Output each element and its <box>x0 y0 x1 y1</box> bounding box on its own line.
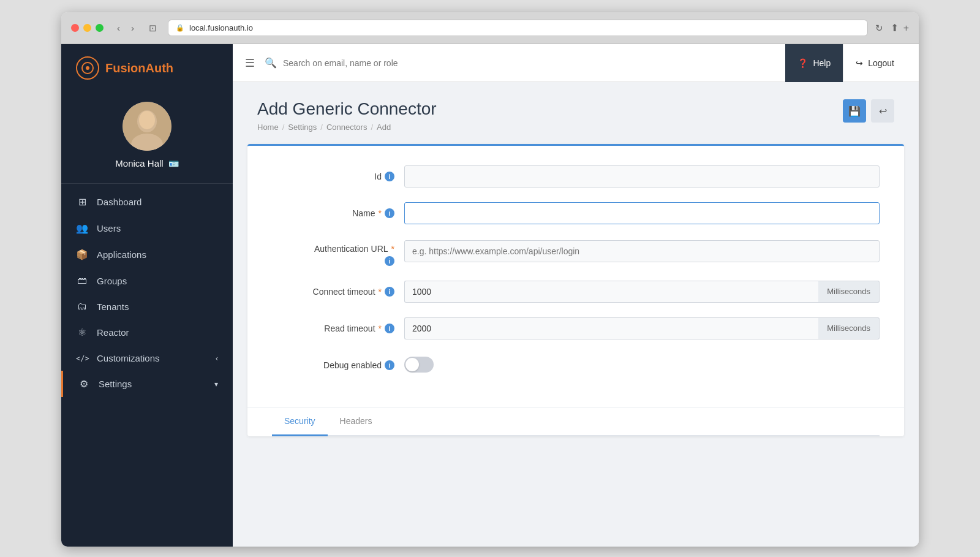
maximize-window-button[interactable] <box>96 24 104 32</box>
new-tab-button[interactable]: + <box>903 22 909 34</box>
breadcrumb-home[interactable]: Home <box>257 123 279 132</box>
url-text: local.fusionauth.io <box>189 23 253 32</box>
sidebar-item-settings[interactable]: ⚙ Settings ▾ <box>61 371 233 397</box>
read-timeout-unit: Milliseconds <box>818 317 880 339</box>
id-input[interactable] <box>404 165 880 188</box>
breadcrumb: Home / Settings / Connectors / Add <box>257 123 437 132</box>
users-icon: 👥 <box>76 222 88 234</box>
help-button[interactable]: ❓ Help <box>785 44 843 82</box>
sidebar-item-tenants[interactable]: 🗂 Tenants <box>61 294 233 319</box>
connect-timeout-label: Connect timeout* i <box>272 281 394 297</box>
debug-enabled-field-row: Debug enabled i <box>272 354 880 373</box>
tenants-icon: 🗂 <box>76 301 88 312</box>
save-icon: 💾 <box>848 105 861 117</box>
sidebar-item-reactor[interactable]: ⚛ Reactor <box>61 319 233 346</box>
auth-url-input[interactable] <box>404 240 880 262</box>
user-name: Monica Hall 🪪 <box>115 158 178 169</box>
sidebar-item-customizations[interactable]: </> Customizations ‹ <box>61 346 233 371</box>
user-card-icon: 🪪 <box>168 159 179 169</box>
reactor-icon: ⚛ <box>76 327 88 338</box>
page-header: Add Generic Connector Home / Settings / … <box>233 82 919 144</box>
sidebar-navigation: ⊞ Dashboard 👥 Users 📦 Applications 🗃 Gro… <box>61 184 233 547</box>
svg-point-3 <box>139 111 155 129</box>
sidebar-item-label: Tenants <box>97 301 129 312</box>
minimize-window-button[interactable] <box>83 24 91 32</box>
close-window-button[interactable] <box>71 24 79 32</box>
auth-url-field-row: Authentication URL* i <box>272 239 880 266</box>
browser-navigation: ‹ › <box>113 21 138 35</box>
reload-button[interactable]: ↻ <box>875 23 883 34</box>
auth-url-label: Authentication URL* i <box>272 239 394 266</box>
applications-icon: 📦 <box>76 249 88 260</box>
read-timeout-input[interactable] <box>404 317 818 339</box>
read-timeout-label: Read timeout* i <box>272 317 394 333</box>
name-input[interactable] <box>404 202 880 224</box>
connect-timeout-unit: Milliseconds <box>818 281 880 303</box>
debug-enabled-label: Debug enabled i <box>272 354 394 370</box>
auth-url-info-icon[interactable]: i <box>385 256 394 266</box>
sidebar: FusionAuth Monica <box>61 44 233 547</box>
menu-icon[interactable]: ☰ <box>245 56 255 70</box>
name-info-icon[interactable]: i <box>385 208 394 218</box>
avatar <box>123 102 172 151</box>
logout-icon: ↪ <box>856 58 863 68</box>
logo-icon <box>76 56 99 80</box>
tab-headers[interactable]: Headers <box>328 407 385 436</box>
page-actions: 💾 ↩ <box>843 99 894 123</box>
name-label: Name* i <box>272 202 394 218</box>
tab-security[interactable]: Security <box>272 407 328 436</box>
sidebar-item-label: Groups <box>97 276 127 286</box>
connect-timeout-input[interactable] <box>404 281 818 303</box>
expand-icon: ▾ <box>214 380 218 388</box>
collapse-icon: ‹ <box>216 354 218 363</box>
customizations-icon: </> <box>76 354 88 363</box>
avatar-image <box>123 102 172 151</box>
sidebar-item-label: Reactor <box>97 327 129 338</box>
sidebar-item-label: Applications <box>97 249 146 260</box>
save-button[interactable]: 💾 <box>843 99 866 123</box>
form-card: Id i Name* i <box>247 144 904 436</box>
lock-icon: 🔒 <box>176 24 184 32</box>
logout-button[interactable]: ↪ Logout <box>843 44 907 82</box>
breadcrumb-settings[interactable]: Settings <box>288 123 317 132</box>
search-area: 🔍 <box>265 57 785 69</box>
topbar-actions: ❓ Help ↪ Logout <box>785 44 907 82</box>
breadcrumb-add: Add <box>377 123 391 132</box>
back-button[interactable]: ↩ <box>871 99 894 123</box>
search-input[interactable] <box>283 58 467 68</box>
sidebar-item-label: Customizations <box>97 353 160 363</box>
sidebar-toggle-button[interactable]: ⊡ <box>145 21 160 36</box>
browser-window-controls <box>71 24 104 32</box>
user-profile: Monica Hall 🪪 <box>61 92 233 184</box>
groups-icon: 🗃 <box>76 275 88 286</box>
dashboard-icon: ⊞ <box>76 196 88 208</box>
debug-toggle[interactable] <box>404 357 434 373</box>
page-title: Add Generic Connector <box>257 99 437 119</box>
back-icon: ↩ <box>879 105 887 117</box>
name-field-row: Name* i <box>272 202 880 224</box>
back-button[interactable]: ‹ <box>113 21 124 35</box>
main-content: Add Generic Connector Home / Settings / … <box>233 82 919 547</box>
connect-timeout-field-row: Connect timeout* i Milliseconds <box>272 281 880 303</box>
read-timeout-info-icon[interactable]: i <box>385 324 394 333</box>
id-label: Id i <box>272 165 394 181</box>
connect-timeout-info-icon[interactable]: i <box>385 287 394 297</box>
sidebar-item-groups[interactable]: 🗃 Groups <box>61 268 233 294</box>
sidebar-item-label: Dashboard <box>97 197 141 207</box>
debug-info-icon[interactable]: i <box>385 360 394 370</box>
address-bar[interactable]: 🔒 local.fusionauth.io <box>168 20 868 36</box>
help-icon: ❓ <box>797 58 808 68</box>
sidebar-item-users[interactable]: 👥 Users <box>61 215 233 241</box>
breadcrumb-connectors[interactable]: Connectors <box>326 123 367 132</box>
logo-text: FusionAuth <box>105 61 173 75</box>
forward-button[interactable]: › <box>127 21 138 35</box>
tabs-nav: Security Headers <box>272 407 880 436</box>
sidebar-item-label: Settings <box>99 379 132 389</box>
share-button[interactable]: ⬆ <box>891 22 899 34</box>
sidebar-item-label: Users <box>97 223 121 233</box>
settings-icon: ⚙ <box>78 378 90 390</box>
sidebar-item-dashboard[interactable]: ⊞ Dashboard <box>61 189 233 215</box>
id-info-icon[interactable]: i <box>385 172 394 181</box>
logo: FusionAuth <box>61 44 233 92</box>
sidebar-item-applications[interactable]: 📦 Applications <box>61 241 233 268</box>
